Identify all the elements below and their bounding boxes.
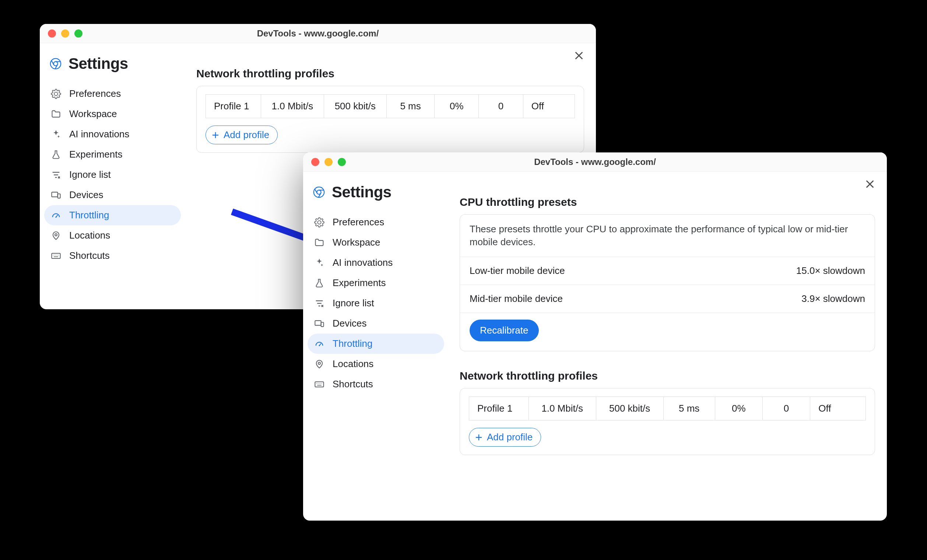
flask-icon [314,278,324,288]
sidebar-item-ai[interactable]: AI innovations [307,253,444,273]
sidebar-item-label: Preferences [69,88,121,99]
sidebar-item-label: Experiments [333,277,386,289]
sidebar-item-throttling[interactable]: Throttling [307,334,444,354]
sidebar-item-shortcuts[interactable]: Shortcuts [307,374,444,394]
table-row[interactable]: Profile 1 1.0 Mbit/s 500 kbit/s 5 ms 0% … [469,397,866,420]
sidebar-item-label: Devices [333,318,366,329]
add-profile-button[interactable]: Add profile [469,428,541,446]
profile-state-cell: Off [523,95,574,118]
sidebar-item-preferences[interactable]: Preferences [307,212,444,232]
settings-title: Settings [332,184,392,201]
sidebar-item-ignore[interactable]: Ignore list [44,165,181,185]
titlebar: DevTools - www.google.com/ [40,24,596,43]
sidebar-item-workspace[interactable]: Workspace [44,104,181,124]
sidebar-item-label: Shortcuts [333,378,373,390]
sidebar-item-experiments[interactable]: Experiments [307,273,444,293]
sidebar-item-label: Locations [333,358,374,370]
sidebar-item-label: Workspace [69,108,117,120]
plus-icon [474,433,483,442]
sidebar-item-preferences[interactable]: Preferences [44,83,181,104]
add-profile-button[interactable]: Add profile [205,126,278,144]
folder-icon [314,237,324,248]
close-settings-button[interactable] [573,50,585,61]
profile-loss-cell: 0% [435,95,479,118]
cpu-preset-value: 15.0× slowdown [796,265,865,276]
sidebar-item-label: AI innovations [69,129,129,140]
settings-main: CPU throttling presets These presets thr… [448,171,887,521]
sidebar-item-label: Experiments [69,149,123,160]
recalibrate-button[interactable]: Recalibrate [470,320,539,341]
zoom-icon[interactable] [338,158,346,166]
gauge-icon [51,210,61,220]
folder-icon [51,109,61,119]
close-settings-button[interactable] [864,178,876,190]
sidebar-header: Settings [44,50,181,83]
filterx-icon [314,298,324,308]
add-profile-label: Add profile [487,431,533,443]
sidebar-item-ai[interactable]: AI innovations [44,124,181,144]
profile-latency-cell: 5 ms [663,397,715,420]
sidebar-item-locations[interactable]: Locations [44,225,181,246]
table-row[interactable]: Profile 1 1.0 Mbit/s 500 kbit/s 5 ms 0% … [206,95,575,118]
sidebar-item-label: AI innovations [333,257,393,269]
sparkle-icon [314,258,324,268]
settings-sidebar: Settings PreferencesWorkspaceAI innovati… [303,171,448,521]
sidebar-item-ignore[interactable]: Ignore list [307,293,444,313]
cpu-preset-value: 3.9× slowdown [801,293,865,305]
sidebar-item-locations[interactable]: Locations [307,354,444,374]
profile-name-cell: Profile 1 [469,397,529,420]
settings-sidebar: Settings PreferencesWorkspaceAI innovati… [40,43,185,309]
network-throttling-title: Network throttling profiles [460,370,875,382]
profile-download-cell: 1.0 Mbit/s [529,397,596,420]
sidebar-item-label: Devices [69,189,103,201]
profile-name-cell: Profile 1 [206,95,261,118]
keyboard-icon [314,379,324,390]
cpu-preset-row[interactable]: Low-tier mobile device 15.0× slowdown [460,256,875,285]
sidebar-header: Settings [307,179,444,212]
network-throttling-title: Network throttling profiles [196,67,584,80]
minimize-icon[interactable] [61,29,69,38]
profile-state-cell: Off [810,397,866,420]
sidebar-item-devices[interactable]: Devices [44,185,181,205]
sparkle-icon [51,129,61,140]
close-icon[interactable] [311,158,319,166]
cpu-preset-name: Mid-tier mobile device [470,293,563,305]
gear-icon [51,89,61,99]
network-profiles-card: Profile 1 1.0 Mbit/s 500 kbit/s 5 ms 0% … [196,86,584,153]
sidebar-item-shortcuts[interactable]: Shortcuts [44,246,181,266]
profile-upload-cell: 500 kbit/s [596,397,663,420]
sidebar-item-experiments[interactable]: Experiments [44,144,181,165]
profile-queue-cell: 0 [762,397,810,420]
sidebar-item-label: Throttling [69,209,109,221]
sidebar-item-devices[interactable]: Devices [307,313,444,334]
profile-download-cell: 1.0 Mbit/s [261,95,324,118]
gear-icon [314,217,324,228]
sidebar-item-label: Shortcuts [69,250,110,261]
cpu-presets-card: These presets throttle your CPU to appro… [460,214,875,351]
plus-icon [211,131,220,140]
profile-loss-cell: 0% [715,397,762,420]
sidebar-item-throttling[interactable]: Throttling [44,205,181,225]
network-profiles-table: Profile 1 1.0 Mbit/s 500 kbit/s 5 ms 0% … [469,396,866,420]
devtools-window-b: DevTools - www.google.com/ Settings Pref… [303,152,887,521]
sidebar-item-label: Ignore list [69,169,111,181]
cpu-preset-name: Low-tier mobile device [470,265,565,276]
traffic-lights [48,29,82,38]
chrome-icon [313,186,325,199]
devices-icon [51,190,61,200]
profile-latency-cell: 5 ms [386,95,434,118]
devices-icon [314,319,324,329]
minimize-icon[interactable] [324,158,333,166]
close-icon[interactable] [48,29,56,38]
cpu-preset-row[interactable]: Mid-tier mobile device 3.9× slowdown [460,285,875,313]
pin-icon [51,231,61,241]
titlebar: DevTools - www.google.com/ [303,152,887,171]
sidebar-item-workspace[interactable]: Workspace [307,232,444,253]
window-title: DevTools - www.google.com/ [534,157,656,167]
filterx-icon [51,170,61,180]
chrome-icon [49,58,62,70]
network-profiles-card: Profile 1 1.0 Mbit/s 500 kbit/s 5 ms 0% … [460,388,875,455]
profile-queue-cell: 0 [479,95,523,118]
zoom-icon[interactable] [74,29,82,38]
keyboard-icon [51,251,61,261]
